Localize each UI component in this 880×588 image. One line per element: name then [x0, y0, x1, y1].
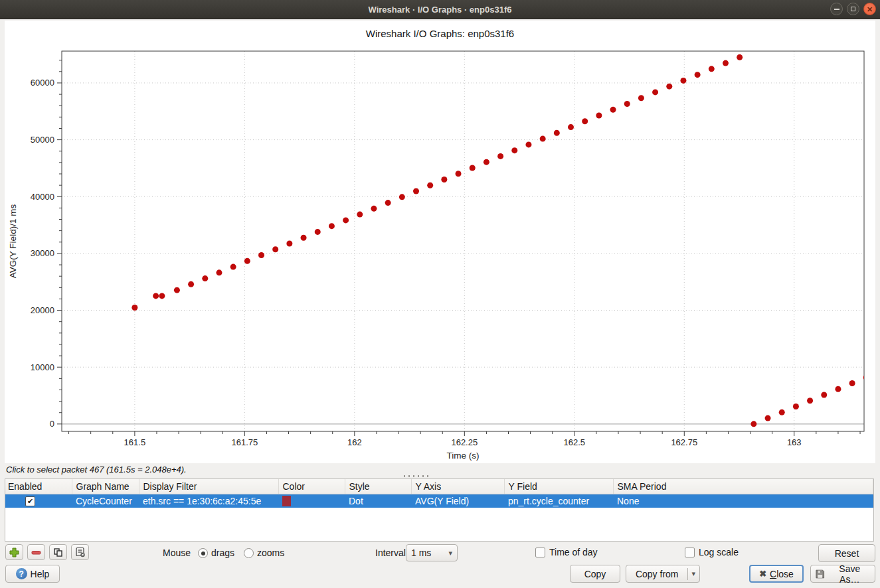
data-point[interactable]: [750, 421, 756, 427]
data-point[interactable]: [230, 264, 236, 270]
column-header-enabled[interactable]: Enabled: [5, 479, 72, 494]
data-point[interactable]: [652, 89, 658, 95]
interval-dropdown[interactable]: 1 ms ▾: [406, 544, 458, 561]
data-point[interactable]: [610, 107, 616, 113]
cell-color[interactable]: [278, 494, 345, 508]
data-point[interactable]: [793, 404, 799, 409]
data-point[interactable]: [849, 380, 855, 386]
data-point[interactable]: [301, 235, 307, 241]
data-point[interactable]: [216, 269, 222, 275]
data-point[interactable]: [540, 136, 546, 142]
data-point[interactable]: [554, 130, 560, 136]
io-graph-plot[interactable]: 161.5161.75162162.25162.5162.75163010000…: [5, 45, 875, 462]
column-header-sma[interactable]: SMA Period: [613, 479, 873, 494]
mouse-zooms-radio[interactable]: zooms: [244, 548, 284, 558]
column-header-y_axis[interactable]: Y Axis: [411, 479, 504, 494]
mouse-label: Mouse: [163, 548, 191, 558]
minimize-icon[interactable]: [830, 3, 843, 15]
data-point[interactable]: [385, 200, 391, 206]
data-point[interactable]: [329, 223, 335, 229]
table-row[interactable]: ✔CycleCountereth.src == 1e:30:6c:a2:45:5…: [5, 494, 873, 508]
hint-status-text: Click to select packet 467 (161.5s = 2.0…: [6, 465, 187, 475]
data-point[interactable]: [202, 275, 208, 281]
graph-color-swatch[interactable]: [282, 496, 291, 506]
data-point[interactable]: [624, 101, 630, 107]
close-icon[interactable]: ✕: [863, 3, 876, 15]
remove-graph-icon: [31, 548, 41, 557]
data-point[interactable]: [638, 95, 644, 101]
data-point[interactable]: [258, 252, 264, 258]
data-point[interactable]: [596, 113, 602, 119]
data-point[interactable]: [737, 54, 743, 60]
reset-button[interactable]: Reset: [818, 544, 875, 562]
cell-filter[interactable]: eth.src == 1e:30:6c:a2:45:5e: [139, 494, 278, 508]
help-button[interactable]: ? Help: [5, 565, 60, 583]
data-point[interactable]: [343, 217, 349, 223]
enabled-checkbox-icon[interactable]: ✔: [25, 496, 35, 506]
data-point[interactable]: [272, 246, 278, 252]
data-point[interactable]: [357, 212, 363, 218]
data-point[interactable]: [695, 72, 701, 78]
data-point[interactable]: [568, 124, 574, 130]
data-point[interactable]: [765, 415, 771, 421]
data-point[interactable]: [427, 183, 433, 188]
copy-from-button[interactable]: Copy from ▾: [626, 565, 700, 583]
data-point[interactable]: [371, 206, 377, 212]
save-as-button[interactable]: Save As…: [810, 565, 875, 583]
maximize-icon[interactable]: [847, 3, 859, 15]
cell-y_axis[interactable]: AVG(Y Field): [411, 494, 504, 508]
data-point[interactable]: [582, 118, 588, 124]
mouse-drags-radio[interactable]: drags: [198, 548, 234, 558]
data-point[interactable]: [807, 398, 813, 404]
time-of-day-checkbox[interactable]: Time of day: [535, 547, 598, 557]
svg-text:AVG(Y Field)/1 ms: AVG(Y Field)/1 ms: [8, 204, 18, 279]
data-point[interactable]: [441, 177, 447, 183]
data-point[interactable]: [188, 281, 194, 287]
data-point[interactable]: [821, 392, 827, 398]
data-point[interactable]: [484, 159, 489, 165]
checkbox-icon: [685, 548, 695, 557]
column-header-name[interactable]: Graph Name: [72, 479, 139, 494]
data-point[interactable]: [666, 84, 672, 90]
log-scale-checkbox[interactable]: Log scale: [685, 547, 739, 557]
column-header-style[interactable]: Style: [345, 479, 411, 494]
data-point[interactable]: [470, 165, 476, 171]
column-header-color[interactable]: Color: [278, 479, 345, 494]
data-point[interactable]: [286, 240, 292, 246]
data-point[interactable]: [244, 258, 250, 264]
column-header-filter[interactable]: Display Filter: [139, 479, 278, 494]
data-point[interactable]: [723, 60, 729, 66]
add-graph-button[interactable]: [5, 544, 23, 560]
cell-enabled[interactable]: ✔: [5, 494, 72, 508]
close-button[interactable]: ✖ Close: [749, 565, 804, 583]
cell-sma[interactable]: None: [613, 494, 873, 508]
data-point[interactable]: [497, 153, 503, 159]
data-point[interactable]: [680, 78, 686, 84]
cell-y_field[interactable]: pn_rt.cycle_counter: [504, 494, 613, 508]
duplicate-graph-button[interactable]: [49, 544, 67, 560]
data-point[interactable]: [159, 293, 165, 299]
data-point[interactable]: [835, 386, 841, 392]
data-point[interactable]: [511, 147, 517, 153]
data-point[interactable]: [153, 293, 159, 299]
clear-graphs-button[interactable]: [71, 544, 89, 560]
cell-style[interactable]: Dot: [345, 494, 411, 508]
data-point[interactable]: [174, 287, 180, 293]
copy-button[interactable]: Copy: [570, 565, 620, 583]
data-point[interactable]: [709, 66, 715, 72]
data-point[interactable]: [315, 229, 321, 235]
data-point[interactable]: [399, 194, 405, 200]
remove-graph-button[interactable]: [27, 544, 45, 560]
data-point[interactable]: [525, 141, 531, 147]
column-header-y_field[interactable]: Y Field: [504, 479, 613, 494]
titlebar[interactable]: Wireshark · I/O Graphs · enp0s31f6 ✕: [0, 0, 880, 19]
data-point[interactable]: [456, 171, 462, 177]
graphs-table[interactable]: EnabledGraph NameDisplay FilterColorStyl…: [5, 478, 874, 542]
data-point[interactable]: [779, 409, 785, 415]
data-point[interactable]: [132, 305, 137, 311]
data-point[interactable]: [413, 188, 419, 194]
splitter-handle[interactable]: [404, 475, 430, 477]
table-body[interactable]: ✔CycleCountereth.src == 1e:30:6c:a2:45:5…: [5, 494, 873, 508]
dialog-button-row: ? Help Copy Copy from ▾ ✖ Close Save As…: [5, 565, 875, 583]
cell-name[interactable]: CycleCounter: [72, 494, 139, 508]
